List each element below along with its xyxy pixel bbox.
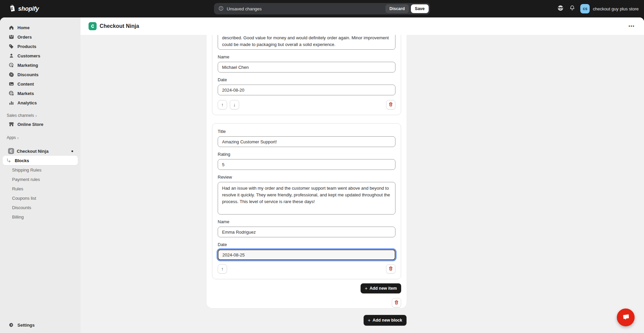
move-up-button[interactable]: ↑ (218, 100, 227, 109)
arrow-down-icon: ↓ (233, 102, 236, 107)
customers-person-icon (8, 52, 15, 59)
title-label: Title (218, 129, 395, 134)
sidebar-item-shipping-rules[interactable]: Shipping Rules (3, 165, 78, 175)
delete-block-button[interactable] (392, 298, 401, 307)
delete-item-button[interactable] (386, 264, 395, 274)
main-area: Checkout Ninja ⋯ described. Good value f… (80, 17, 644, 333)
unsaved-changes-text: Unsaved changes (227, 6, 262, 11)
name-label: Name (218, 54, 395, 60)
chevron-right-icon: › (35, 113, 37, 118)
unsaved-dot-indicator (71, 150, 73, 152)
discard-button[interactable]: Discard (385, 4, 409, 13)
name-input-previous[interactable] (218, 62, 395, 73)
speech-bubble-icon (621, 312, 631, 323)
block-settings-panel: described. Good value for money and woul… (207, 35, 407, 308)
sidebar-item-products[interactable]: Products (3, 42, 78, 51)
review-item-card-previous: described. Good value for money and woul… (212, 35, 401, 115)
move-down-button[interactable]: ↓ (230, 100, 239, 109)
analytics-bars-icon (8, 99, 15, 106)
sales-channels-header[interactable]: Sales channels › (3, 111, 78, 120)
plus-icon: + (368, 318, 371, 323)
sidebar-item-marketing[interactable]: Marketing (3, 60, 78, 70)
ellipsis-icon: ⋯ (628, 22, 634, 30)
markets-globe-icon: $ (8, 90, 15, 97)
products-tag-icon (8, 43, 15, 50)
review-textarea-previous[interactable]: described. Good value for money and woul… (218, 35, 395, 50)
trash-icon (388, 102, 393, 108)
topbar: shopify Unsaved changes Discard Save (0, 0, 644, 17)
sidebar-item-rules[interactable]: Rules (3, 184, 78, 193)
content-media-icon (8, 81, 15, 87)
move-up-button[interactable]: ↑ (218, 264, 227, 274)
gear-icon (8, 322, 15, 328)
store-avatar: cs (580, 4, 590, 13)
online-store-icon (8, 121, 15, 128)
review-item-card-current: Title Rating Review Had an issue with my… (212, 123, 401, 279)
chat-support-button[interactable] (617, 308, 635, 326)
sidebar-item-analytics[interactable]: Analytics (3, 98, 78, 107)
trash-icon (394, 300, 399, 306)
shopify-logo: shopify (8, 0, 39, 17)
sidebar-item-blocks[interactable]: Blocks (3, 156, 78, 165)
sidebar-item-settings[interactable]: Settings (3, 320, 78, 330)
review-label: Review (218, 175, 395, 180)
unsaved-changes-message: Unsaved changes (218, 5, 385, 12)
scroll-content: described. Good value for money and woul… (80, 35, 644, 333)
ninja-face-icon[interactable] (557, 4, 564, 13)
arrow-up-icon: ↑ (221, 267, 224, 271)
page-title: Checkout Ninja (100, 23, 139, 29)
date-input-focused[interactable] (218, 249, 395, 260)
arrow-up-icon: ↑ (221, 102, 224, 107)
add-new-block-button[interactable]: + Add new block (364, 315, 407, 326)
trash-icon (388, 266, 393, 272)
save-button[interactable]: Save (411, 4, 429, 13)
sidebar-item-coupons-list[interactable]: Coupons list (3, 193, 78, 203)
sidebar-item-discounts[interactable]: Discounts (3, 70, 78, 79)
home-icon (8, 24, 15, 31)
date-label: Date (218, 77, 395, 83)
elbow-arrow-icon (5, 157, 12, 164)
discount-badge-icon (8, 71, 15, 78)
sidebar-item-app-discounts[interactable]: Discounts (3, 203, 78, 212)
unsaved-changes-bar: Unsaved changes Discard Save (214, 3, 430, 14)
name-input[interactable] (218, 227, 395, 237)
review-textarea[interactable]: Had an issue with my order and the custo… (218, 182, 395, 215)
apps-header[interactable]: Apps › (3, 134, 78, 142)
shopify-wordmark: shopify (18, 5, 39, 12)
sidebar-item-payment-rules[interactable]: Payment rules (3, 175, 78, 184)
sidebar-item-markets[interactable]: $ Markets (3, 89, 78, 98)
notifications-bell-icon[interactable] (569, 5, 576, 13)
add-new-item-button[interactable]: + Add new item (361, 283, 401, 293)
alert-circle-icon (218, 5, 224, 12)
svg-text:$: $ (12, 94, 13, 96)
sidebar-item-orders[interactable]: Orders (3, 32, 78, 42)
date-label: Date (218, 242, 395, 247)
store-account-button[interactable]: cs checkout guy plus store (580, 4, 639, 13)
rating-input[interactable] (218, 159, 395, 170)
sidebar: Home Orders Products Customers Marketing… (0, 17, 80, 333)
marketing-target-icon (8, 62, 15, 68)
sidebar-item-checkout-ninja[interactable]: Checkout Ninja (3, 146, 78, 156)
sidebar-item-content[interactable]: Content (3, 79, 78, 89)
checkout-ninja-app-icon (8, 148, 14, 154)
more-actions-button[interactable]: ⋯ (627, 21, 636, 31)
sidebar-item-online-store[interactable]: Online Store (3, 120, 78, 129)
title-input[interactable] (218, 136, 395, 147)
sidebar-item-customers[interactable]: Customers (3, 51, 78, 60)
shopify-bag-icon (8, 4, 16, 14)
sidebar-item-billing[interactable]: Billing (3, 212, 78, 222)
date-input-previous[interactable] (218, 85, 395, 95)
name-label: Name (218, 219, 395, 225)
orders-icon (8, 34, 15, 40)
sidebar-item-home[interactable]: Home (3, 23, 78, 32)
topbar-right: cs checkout guy plus store (557, 0, 639, 17)
checkout-ninja-logo-icon (89, 22, 97, 30)
delete-item-button[interactable] (386, 100, 395, 109)
plus-icon: + (365, 286, 368, 291)
app-shell: Home Orders Products Customers Marketing… (0, 17, 644, 333)
chevron-right-icon: › (17, 136, 18, 140)
store-name: checkout guy plus store (593, 6, 639, 11)
page-header: Checkout Ninja ⋯ (80, 17, 644, 35)
rating-label: Rating (218, 152, 395, 157)
